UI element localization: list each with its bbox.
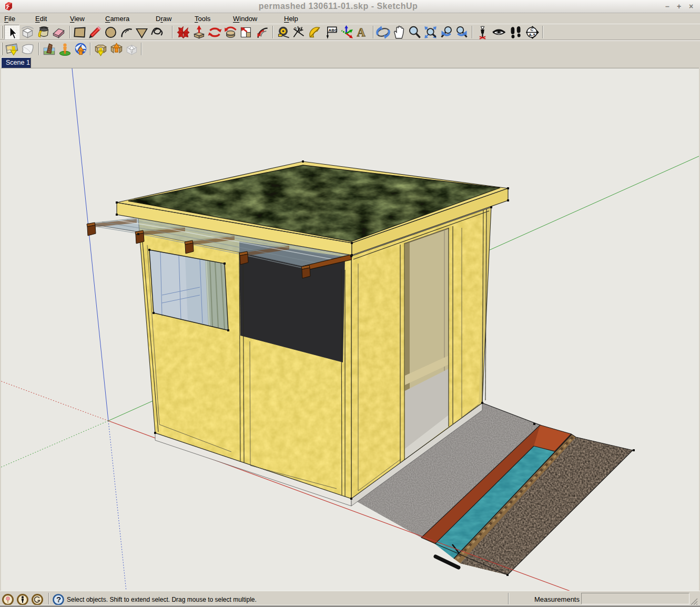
svg-text:C: C (531, 27, 534, 32)
svg-text:A-5: A-5 (529, 33, 535, 37)
svg-text:ABC: ABC (329, 28, 338, 33)
svg-text:5: 5 (295, 26, 297, 31)
svg-text:A: A (357, 26, 366, 39)
svg-text:?: ? (56, 595, 61, 604)
